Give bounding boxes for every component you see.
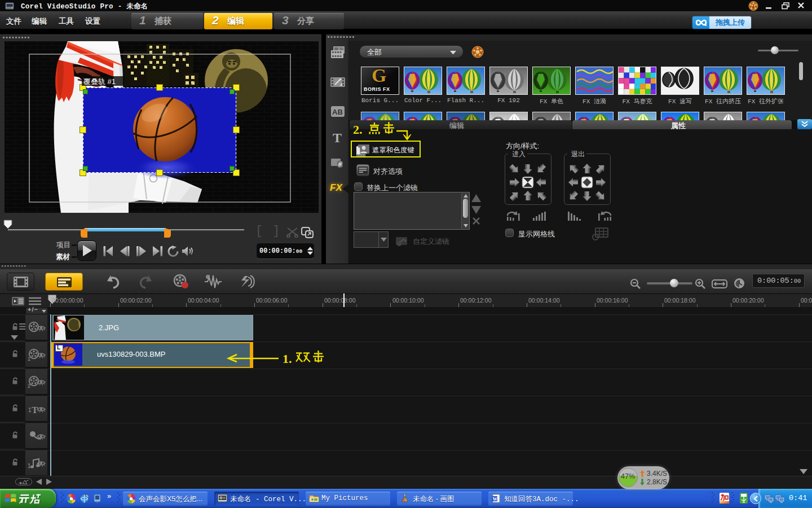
svg-text:2.: 2.: [353, 122, 363, 137]
svg-text:覆叠轨 #1: 覆叠轨 #1: [83, 77, 116, 86]
svg-text:T: T: [333, 130, 342, 144]
svg-text:1: 1: [28, 356, 30, 362]
svg-text:AB: AB: [332, 108, 343, 116]
svg-text:1.: 1.: [283, 352, 292, 366]
svg-text:1: 1: [28, 463, 31, 469]
svg-text:2: 2: [28, 383, 30, 389]
svg-text:W: W: [493, 496, 498, 502]
